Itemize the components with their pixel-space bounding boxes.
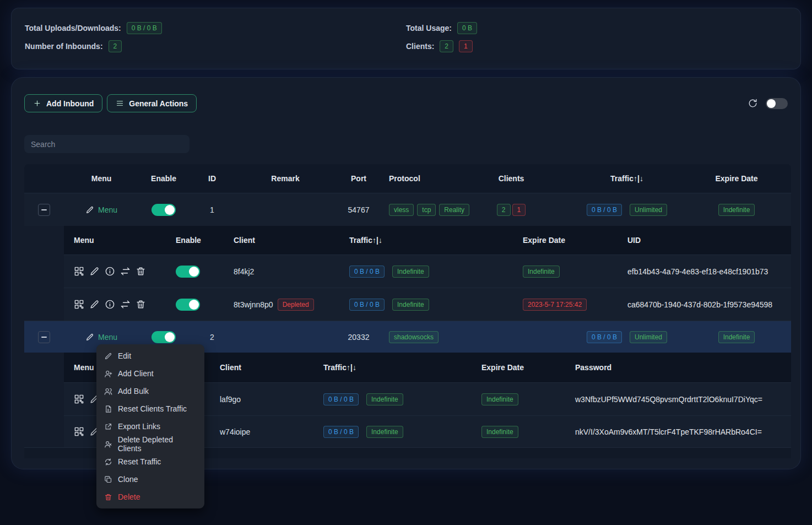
qr-code-icon[interactable] (74, 394, 84, 404)
menu-item-label: Reset Traffic (118, 457, 161, 466)
general-actions-label: General Actions (129, 99, 188, 108)
inbound-1-menu-trigger[interactable]: Menu (85, 205, 117, 214)
search-input[interactable] (24, 135, 190, 153)
qr-code-icon[interactable] (74, 426, 84, 437)
stat-number-of-inbounds: Number of Inbounds: 2 (25, 40, 406, 52)
header-password: Password (565, 353, 791, 382)
expire-badge: Indefinite (718, 331, 755, 343)
minus-icon (41, 209, 47, 210)
header-client: Client (210, 353, 313, 382)
stat-clients-label: Clients: (406, 42, 434, 51)
menu-item-label: Add Bulk (118, 387, 149, 396)
refresh-icon[interactable] (748, 98, 758, 109)
edit-pencil-icon (85, 205, 94, 214)
export-icon (104, 423, 112, 431)
client-enable-toggle[interactable] (176, 299, 200, 311)
clients-depleted-badge: 1 (512, 204, 526, 216)
traffic-quota-badge: Indefinite (366, 393, 403, 405)
menu-item-export-links[interactable]: Export Links (96, 418, 204, 435)
client-name: 8f4kj2 (224, 255, 339, 288)
inbound-row-1: Menu 1 54767 vless tcp Reality 2 1 0 B /… (24, 193, 791, 226)
stat-total-usage: Total Usage: 0 B (406, 22, 787, 34)
client-uid: efb14b43-4a79-4e83-ef18-e48cf1901b73 (618, 255, 791, 288)
menu-item-label: Delete Depleted Clients (118, 435, 197, 453)
inbound-1-enable-toggle[interactable] (151, 204, 176, 216)
client-info-icon[interactable] (105, 299, 115, 310)
inbound-2-enable-toggle[interactable] (151, 331, 176, 343)
delete-icon (104, 493, 112, 501)
header-menu: Menu (64, 226, 166, 255)
client-name: 8t3wjnn8p0 (234, 300, 273, 309)
header-client: Client (224, 226, 339, 255)
add-inbound-button[interactable]: Add Inbound (24, 94, 102, 112)
qr-code-icon[interactable] (74, 299, 84, 310)
edit-pencil-icon (85, 333, 94, 342)
depleted-badge: Depleted (278, 299, 314, 311)
menu-item-add-bulk[interactable]: Add Bulk (96, 382, 204, 400)
toggle-knob (767, 99, 776, 108)
delete-client-icon[interactable] (136, 299, 146, 310)
delete-client-icon[interactable] (136, 266, 146, 277)
traffic-badge: 0 B / 0 B (349, 299, 385, 311)
protocol-tag: vless (389, 204, 414, 216)
reset-traffic-icon[interactable] (120, 299, 131, 310)
menu-item-delete-depleted-clients[interactable]: Delete Depleted Clients (96, 435, 204, 453)
client-name: laf9go (210, 383, 313, 415)
edit-client-icon[interactable] (89, 299, 100, 310)
client-enable-toggle[interactable] (176, 266, 200, 278)
menu-item-delete[interactable]: Delete (96, 488, 204, 506)
protocol-tag: shadowsocks (389, 331, 439, 343)
stat-usage-badge: 0 B (457, 22, 477, 34)
traffic-quota-badge: Indefinite (392, 266, 429, 278)
inbound-1-clients-table: Menu Enable Client Traffic↑|↓ Expire Dat… (64, 226, 791, 321)
stats-panel: Total Uploads/Downloads: 0 B / 0 B Numbe… (11, 8, 801, 69)
inbound-2-port: 20332 (335, 321, 382, 353)
client-uid: ca68470b-1940-437d-802b-1f9573e94598 (618, 288, 791, 321)
stat-usage-label: Total Usage: (406, 24, 452, 33)
menu-item-label: Add Client (118, 369, 154, 378)
collapse-inbound-1-button[interactable] (38, 204, 50, 216)
inbound-context-menu: Edit Add Client Add Bulk Reset Clients T… (96, 344, 204, 508)
menu-lines-icon (116, 99, 124, 107)
qr-code-icon[interactable] (74, 266, 84, 277)
menu-item-edit[interactable]: Edit (96, 347, 204, 365)
menu-item-add-client[interactable]: Add Client (96, 365, 204, 382)
auto-refresh-toggle[interactable] (766, 98, 788, 109)
header-traffic-sort[interactable]: Traffic↑|↓ (313, 353, 472, 382)
reset-traffic-icon[interactable] (120, 266, 131, 277)
inbounds-table-header: Menu Enable ID Remark Port Protocol Clie… (24, 164, 791, 193)
edit-icon (104, 352, 112, 360)
menu-trigger-label: Menu (98, 205, 117, 214)
toggle-knob (189, 267, 199, 277)
collapse-inbound-2-button[interactable] (38, 331, 50, 343)
traffic-badge: 0 B / 0 B (587, 204, 622, 216)
header-traffic-sort[interactable]: Traffic↑|↓ (572, 164, 682, 193)
general-actions-button[interactable]: General Actions (107, 94, 197, 112)
header-clients: Clients (451, 164, 572, 193)
clients-active-badge: 2 (497, 204, 511, 216)
toggle-knob (165, 205, 175, 215)
client-info-icon[interactable] (105, 266, 115, 277)
inbound-1-id: 1 (188, 193, 236, 226)
user-add-icon (104, 370, 112, 378)
menu-item-clone[interactable]: Clone (96, 470, 204, 488)
inbound-2-menu-trigger[interactable]: Menu (85, 333, 117, 342)
header-expire-date: Expire Date (472, 353, 565, 382)
toolbar: Add Inbound General Actions (24, 94, 788, 112)
edit-client-icon[interactable] (89, 266, 100, 277)
header-expire-date: Expire Date (682, 164, 791, 193)
header-enable: Enable (166, 226, 224, 255)
client-row-8f4kj2: 8f4kj2 0 B / 0 B Indefinite Indefinite e… (64, 255, 791, 288)
traffic-quota-badge: Indefinite (366, 426, 403, 438)
inbound-2-clients (451, 321, 572, 353)
expire-badge: 2023-5-7 17:25:42 (523, 299, 587, 311)
expire-badge: Indefinite (481, 393, 518, 405)
menu-item-reset-traffic[interactable]: Reset Traffic (96, 453, 204, 470)
header-protocol: Protocol (382, 164, 451, 193)
header-traffic-sort[interactable]: Traffic↑|↓ (339, 226, 513, 255)
client-name: w74ioipe (210, 416, 313, 447)
menu-item-reset-clients-traffic[interactable]: Reset Clients Traffic (96, 400, 204, 418)
header-port: Port (335, 164, 382, 193)
reset-traffic-icon (104, 458, 112, 466)
user-group-icon (104, 387, 112, 396)
